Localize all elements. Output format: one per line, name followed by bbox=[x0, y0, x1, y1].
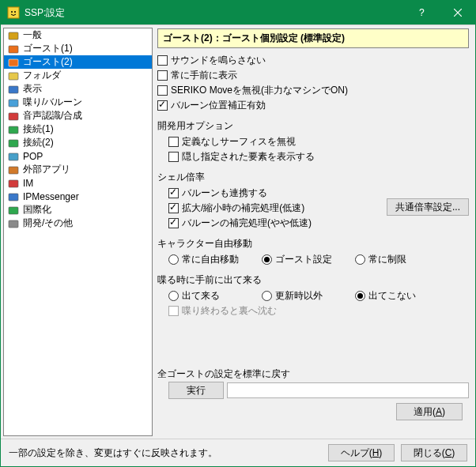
sidebar-item-13[interactable]: 国際化 bbox=[4, 203, 152, 217]
chk-balloon-comp-row[interactable]: バルーンの補完処理(やや低速) bbox=[157, 216, 469, 230]
char-r1-row[interactable]: 常に自由移動 bbox=[168, 253, 262, 266]
sidebar-icon bbox=[7, 190, 20, 203]
chk-sound[interactable] bbox=[157, 55, 168, 66]
sidebar-icon bbox=[7, 150, 20, 163]
sidebar-item-label: 接続(1) bbox=[23, 122, 54, 136]
char-r2-row[interactable]: ゴースト設定 bbox=[262, 253, 355, 266]
dev-options-label: 開発用オプション bbox=[157, 119, 469, 133]
sidebar-icon bbox=[7, 43, 20, 55]
talk-front-label: 喋る時に手前に出て来る bbox=[157, 273, 469, 287]
chk-balloon-comp[interactable] bbox=[168, 218, 179, 228]
talk-r1-row[interactable]: 出て来る bbox=[168, 289, 262, 303]
sidebar-item-label: フォルダ bbox=[23, 69, 61, 82]
sidebar-item-9[interactable]: POP bbox=[4, 149, 152, 163]
chk-hidden[interactable] bbox=[168, 152, 179, 162]
sidebar-item-11[interactable]: IM bbox=[4, 176, 152, 190]
svg-rect-13 bbox=[9, 126, 18, 134]
sidebar-item-14[interactable]: 開発/その他 bbox=[4, 217, 152, 230]
char-r1[interactable] bbox=[168, 254, 179, 265]
char-r3[interactable] bbox=[355, 254, 365, 265]
titlebar: SSP:設定 ? bbox=[1, 1, 475, 24]
sidebar-icon bbox=[7, 164, 20, 176]
talk-r2-row[interactable]: 更新時以外 bbox=[262, 289, 355, 303]
window-title: SSP:設定 bbox=[25, 6, 404, 20]
sidebar-icon bbox=[7, 204, 20, 217]
sidebar-item-label: ゴースト(2) bbox=[23, 55, 73, 69]
svg-rect-11 bbox=[9, 100, 18, 107]
sidebar-item-label: IM bbox=[23, 178, 33, 189]
talk-r1[interactable] bbox=[168, 291, 179, 301]
chk-hidden-row[interactable]: 隠し指定された要素を表示する bbox=[157, 149, 469, 164]
reset-row: 実行 bbox=[157, 382, 469, 399]
talk-r2[interactable] bbox=[262, 291, 272, 301]
svg-rect-17 bbox=[9, 180, 18, 187]
chk-balloon-link[interactable] bbox=[168, 188, 179, 198]
sidebar-item-label: 開発/その他 bbox=[23, 217, 73, 230]
svg-rect-6 bbox=[9, 32, 18, 40]
char-r3-row[interactable]: 常に制限 bbox=[355, 253, 448, 266]
chk-sound-row[interactable]: サウンドを鳴らさない bbox=[157, 53, 469, 67]
help-button[interactable]: ? bbox=[404, 1, 440, 24]
char-move-label: キャラクター自由移動 bbox=[157, 236, 469, 250]
sidebar-item-4[interactable]: 表示 bbox=[4, 82, 152, 96]
chk-scale-comp[interactable] bbox=[168, 203, 179, 213]
main-area: 一般ゴースト(1)ゴースト(2)フォルダ表示喋り/バルーン音声認識/合成接続(1… bbox=[1, 24, 475, 439]
svg-rect-15 bbox=[9, 153, 18, 160]
sidebar-item-10[interactable]: 外部アプリ bbox=[4, 163, 152, 176]
sidebar-item-0[interactable]: 一般 bbox=[4, 28, 152, 42]
sidebar-item-6[interactable]: 音声認識/合成 bbox=[4, 109, 152, 122]
svg-text:?: ? bbox=[419, 7, 425, 18]
footer: 一部の設定を除き、変更はすぐに反映されます。 ヘルプ(H) 閉じる(C) bbox=[1, 439, 475, 466]
svg-rect-7 bbox=[9, 46, 18, 53]
content-panel: ゴースト(2)：ゴースト個別設定 (標準設定) サウンドを鳴らさない 常に手前に… bbox=[153, 25, 475, 439]
sidebar-item-1[interactable]: ゴースト(1) bbox=[4, 42, 152, 55]
chk-nodef-row[interactable]: 定義なしサーフィスを無視 bbox=[157, 134, 469, 149]
svg-rect-8 bbox=[9, 59, 18, 66]
close-window-button[interactable] bbox=[440, 1, 475, 24]
sidebar-icon bbox=[7, 83, 20, 96]
talk-r3-row[interactable]: 出てこない bbox=[355, 289, 448, 303]
chk-sink bbox=[168, 306, 179, 316]
talk-r3[interactable] bbox=[355, 291, 365, 301]
reset-status-box bbox=[227, 382, 469, 398]
char-r2[interactable] bbox=[262, 254, 272, 265]
chk-front-row[interactable]: 常に手前に表示 bbox=[157, 68, 469, 82]
sidebar-item-7[interactable]: 接続(1) bbox=[4, 122, 152, 136]
sidebar-item-12[interactable]: IPMessenger bbox=[4, 190, 152, 203]
close-footer-button[interactable]: 閉じる(C) bbox=[401, 444, 467, 461]
svg-rect-16 bbox=[9, 167, 18, 174]
sidebar-item-label: IPMessenger bbox=[23, 191, 79, 202]
sidebar-item-8[interactable]: 接続(2) bbox=[4, 136, 152, 149]
svg-point-2 bbox=[14, 11, 16, 13]
chk-nodef[interactable] bbox=[168, 137, 179, 147]
chk-front[interactable] bbox=[157, 70, 168, 81]
svg-rect-20 bbox=[9, 220, 18, 228]
reset-label: 全ゴーストの設定を標準に戻す bbox=[157, 367, 469, 381]
sidebar-item-5[interactable]: 喋り/バルーン bbox=[4, 96, 152, 109]
chk-seriko-row[interactable]: SERIKO Moveを無視(非力なマシンでON) bbox=[157, 83, 469, 97]
app-icon bbox=[7, 6, 20, 19]
sidebar-item-3[interactable]: フォルダ bbox=[4, 69, 152, 82]
settings-window: SSP:設定 ? 一般ゴースト(1)ゴースト(2)フォルダ表示喋り/バルーン音声… bbox=[0, 0, 476, 467]
category-tree[interactable]: 一般ゴースト(1)ゴースト(2)フォルダ表示喋り/バルーン音声認識/合成接続(1… bbox=[3, 28, 153, 436]
sidebar-icon bbox=[7, 137, 20, 149]
sidebar-icon bbox=[7, 217, 20, 230]
sidebar-item-2[interactable]: ゴースト(2) bbox=[4, 55, 152, 69]
sidebar-icon bbox=[7, 56, 20, 69]
chk-sink-row: 喋り終わると裏へ沈む bbox=[157, 303, 469, 318]
svg-rect-19 bbox=[9, 207, 18, 214]
panel-header: ゴースト(2)：ゴースト個別設定 (標準設定) bbox=[157, 28, 469, 48]
svg-rect-0 bbox=[8, 7, 19, 18]
exec-button[interactable]: 実行 bbox=[168, 382, 224, 399]
chk-balloon-pos-row[interactable]: バルーン位置補正有効 bbox=[157, 98, 469, 112]
chk-seriko[interactable] bbox=[157, 85, 168, 96]
help-footer-button[interactable]: ヘルプ(H) bbox=[328, 444, 395, 461]
svg-rect-12 bbox=[9, 113, 18, 120]
apply-button[interactable]: 適用(A) bbox=[396, 403, 463, 420]
common-scale-button[interactable]: 共通倍率設定... bbox=[387, 198, 469, 216]
sidebar-icon bbox=[7, 29, 20, 42]
shell-scale-label: シェル倍率 bbox=[157, 170, 469, 184]
sidebar-item-label: 一般 bbox=[23, 28, 42, 42]
chk-balloon-pos[interactable] bbox=[157, 100, 168, 111]
sidebar-item-label: ゴースト(1) bbox=[23, 42, 73, 55]
